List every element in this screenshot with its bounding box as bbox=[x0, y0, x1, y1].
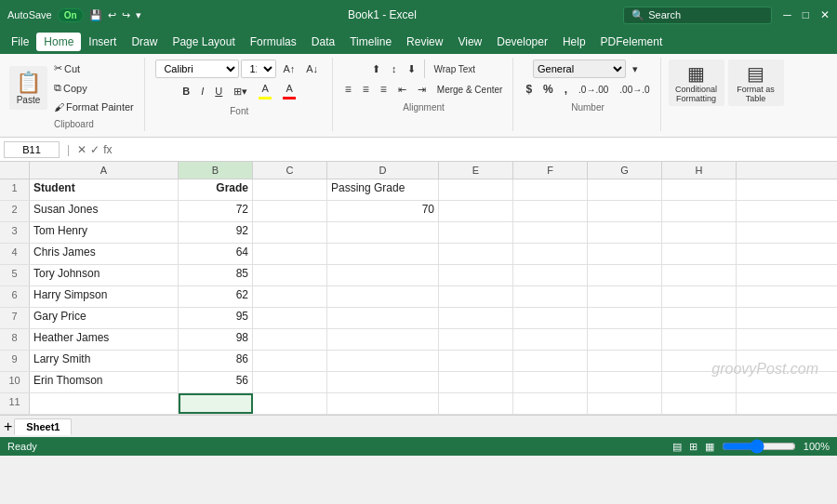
cell-a10[interactable]: Erin Thomson bbox=[30, 372, 179, 392]
align-right-button[interactable]: ≡ bbox=[376, 80, 392, 99]
menu-file[interactable]: File bbox=[4, 33, 36, 51]
cell-g8[interactable] bbox=[588, 329, 662, 350]
cell-c3[interactable] bbox=[253, 222, 327, 243]
cell-b3[interactable]: 92 bbox=[179, 222, 253, 243]
cell-h11[interactable] bbox=[662, 393, 737, 414]
cell-c10[interactable] bbox=[253, 372, 327, 392]
cell-e3[interactable] bbox=[439, 222, 513, 243]
cell-b9[interactable]: 86 bbox=[179, 351, 253, 371]
border-button[interactable]: ⊞▾ bbox=[229, 83, 252, 100]
maximize-icon[interactable]: □ bbox=[803, 8, 809, 21]
sheet-tab-sheet1[interactable]: Sheet1 bbox=[14, 418, 72, 435]
col-header-f[interactable]: F bbox=[513, 162, 588, 179]
cell-g5[interactable] bbox=[588, 265, 662, 285]
increase-font-button[interactable]: A↑ bbox=[278, 60, 299, 77]
autosave-toggle[interactable]: On bbox=[58, 8, 84, 22]
menu-page-layout[interactable]: Page Layout bbox=[165, 33, 242, 51]
menu-developer[interactable]: Developer bbox=[489, 33, 555, 51]
cell-e5[interactable] bbox=[439, 265, 513, 285]
search-box[interactable]: 🔍 Search bbox=[623, 7, 772, 24]
align-middle-button[interactable]: ↕ bbox=[387, 60, 402, 77]
fill-color-button[interactable]: A bbox=[254, 80, 276, 102]
cell-a8[interactable]: Heather James bbox=[30, 329, 179, 350]
cell-e4[interactable] bbox=[439, 244, 513, 264]
cell-a5[interactable]: Tory Johnson bbox=[30, 265, 179, 285]
cell-c1[interactable] bbox=[253, 179, 327, 200]
menu-data[interactable]: Data bbox=[304, 33, 342, 51]
number-format-select[interactable]: General bbox=[533, 60, 626, 78]
cell-e11[interactable] bbox=[439, 393, 513, 414]
italic-button[interactable]: I bbox=[196, 83, 208, 99]
cell-a6[interactable]: Harry Simpson bbox=[30, 286, 179, 307]
cell-b7[interactable]: 95 bbox=[179, 308, 253, 328]
cell-d1[interactable]: Passing Grade bbox=[327, 179, 439, 200]
cell-h6[interactable] bbox=[662, 286, 737, 307]
cell-h2[interactable] bbox=[662, 201, 737, 221]
cell-b1[interactable]: Grade bbox=[179, 179, 253, 200]
cell-f10[interactable] bbox=[513, 372, 588, 392]
cell-b4[interactable]: 64 bbox=[179, 244, 253, 264]
minimize-icon[interactable]: ─ bbox=[783, 8, 791, 21]
decrease-indent-button[interactable]: ⇤ bbox=[393, 81, 411, 99]
cell-d10[interactable] bbox=[327, 372, 439, 392]
cell-g1[interactable] bbox=[588, 179, 662, 200]
col-header-a[interactable]: A bbox=[30, 162, 179, 179]
cell-c8[interactable] bbox=[253, 329, 327, 350]
cell-e7[interactable] bbox=[439, 308, 513, 328]
cut-button[interactable]: ✂ Cut bbox=[49, 60, 139, 77]
currency-button[interactable]: $ bbox=[521, 80, 537, 99]
cell-a9[interactable]: Larry Smith bbox=[30, 351, 179, 371]
cell-a7[interactable]: Gary Price bbox=[30, 308, 179, 328]
save-icon[interactable]: 💾 bbox=[89, 9, 102, 21]
cell-b5[interactable]: 85 bbox=[179, 265, 253, 285]
menu-pdfelement[interactable]: PDFelement bbox=[593, 33, 671, 51]
cell-h10[interactable] bbox=[662, 372, 737, 392]
cell-f1[interactable] bbox=[513, 179, 588, 200]
cell-h7[interactable] bbox=[662, 308, 737, 328]
cell-h8[interactable] bbox=[662, 329, 737, 350]
view-page-layout-icon[interactable]: ⊞ bbox=[689, 441, 698, 453]
col-header-b[interactable]: B bbox=[179, 162, 253, 179]
cell-b2[interactable]: 72 bbox=[179, 201, 253, 221]
cell-f11[interactable] bbox=[513, 393, 588, 414]
align-left-button[interactable]: ≡ bbox=[340, 80, 356, 99]
menu-timeline[interactable]: Timeline bbox=[342, 33, 399, 51]
cell-g4[interactable] bbox=[588, 244, 662, 264]
cell-f5[interactable] bbox=[513, 265, 588, 285]
cell-c11[interactable] bbox=[253, 393, 327, 414]
col-header-g[interactable]: G bbox=[588, 162, 662, 179]
cell-d2[interactable]: 70 bbox=[327, 201, 439, 221]
cell-b6[interactable]: 62 bbox=[179, 286, 253, 307]
cell-e2[interactable] bbox=[439, 201, 513, 221]
cell-h4[interactable] bbox=[662, 244, 737, 264]
font-size-select[interactable]: 11 bbox=[241, 60, 276, 78]
quick-access-icon[interactable]: ▾ bbox=[136, 9, 141, 21]
wrap-text-button[interactable]: Wrap Text bbox=[429, 61, 480, 77]
menu-view[interactable]: View bbox=[450, 33, 489, 51]
paste-button[interactable]: 📋 Paste bbox=[9, 66, 47, 110]
cell-g7[interactable] bbox=[588, 308, 662, 328]
cell-a2[interactable]: Susan Jones bbox=[30, 201, 179, 221]
cell-f4[interactable] bbox=[513, 244, 588, 264]
decrease-font-button[interactable]: A↓ bbox=[301, 60, 323, 77]
conditional-formatting-button[interactable]: ▦ Conditional Formatting bbox=[669, 60, 724, 106]
cell-c4[interactable] bbox=[253, 244, 327, 264]
increase-decimal-button[interactable]: .0→.00 bbox=[574, 82, 613, 98]
cell-d7[interactable] bbox=[327, 308, 439, 328]
cell-c2[interactable] bbox=[253, 201, 327, 221]
formula-cancel-icon[interactable]: ✕ bbox=[77, 143, 86, 156]
format-painter-button[interactable]: 🖌 Format Painter bbox=[49, 99, 139, 115]
cell-e6[interactable] bbox=[439, 286, 513, 307]
cell-d6[interactable] bbox=[327, 286, 439, 307]
cell-a3[interactable]: Tom Henry bbox=[30, 222, 179, 243]
cell-e8[interactable] bbox=[439, 329, 513, 350]
cell-g10[interactable] bbox=[588, 372, 662, 392]
cell-g9[interactable] bbox=[588, 351, 662, 371]
cell-e9[interactable] bbox=[439, 351, 513, 371]
formula-insert-function-icon[interactable]: fx bbox=[103, 143, 112, 156]
align-center-button[interactable]: ≡ bbox=[358, 80, 374, 99]
cell-f9[interactable] bbox=[513, 351, 588, 371]
cell-d3[interactable] bbox=[327, 222, 439, 243]
cell-d5[interactable] bbox=[327, 265, 439, 285]
number-format-expand-button[interactable]: ▾ bbox=[628, 60, 643, 78]
